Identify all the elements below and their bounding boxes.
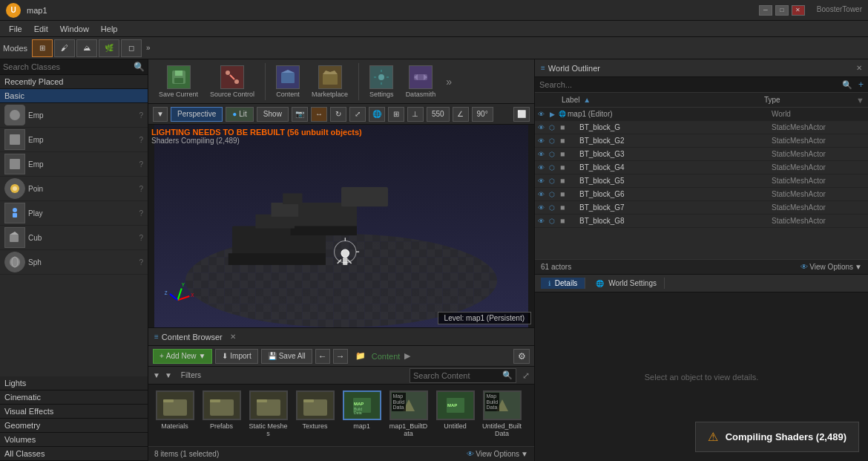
forward-button[interactable]: → bbox=[333, 349, 348, 364]
cb-expand-button[interactable]: ⤢ bbox=[522, 370, 530, 381]
paint-mode-button[interactable]: 🖌 bbox=[54, 39, 75, 57]
map1-builtdata-item[interactable]: MapBuildData map1_BuiltData bbox=[388, 390, 429, 440]
foliage-mode-button[interactable]: 🌿 bbox=[99, 39, 119, 57]
vis-icon: ▶ bbox=[547, 111, 557, 118]
map1-item[interactable]: MAPBuildData map1 bbox=[341, 390, 382, 440]
list-item[interactable]: Sph ? bbox=[0, 250, 148, 275]
svg-rect-17 bbox=[281, 73, 295, 83]
angle-snap-button[interactable]: ∠ bbox=[453, 107, 469, 122]
untitled-builtdata-thumb: MapBuildData bbox=[483, 390, 522, 420]
maximize-viewport-button[interactable]: ⬜ bbox=[513, 107, 530, 122]
import-button[interactable]: ⬇ Import bbox=[215, 349, 257, 364]
close-button[interactable]: ✕ bbox=[792, 5, 805, 16]
content-search-input[interactable] bbox=[413, 371, 502, 380]
list-item[interactable]: Emp ? bbox=[0, 152, 148, 177]
menu-file[interactable]: File bbox=[3, 23, 28, 35]
world-local-button[interactable]: 🌐 bbox=[369, 107, 385, 122]
toolbar-expand-button[interactable]: » bbox=[443, 76, 455, 88]
eye-icon: 👁 bbox=[535, 151, 547, 158]
static-meshes-item[interactable]: Static Meshes bbox=[248, 390, 289, 440]
list-item[interactable]: Cub ? bbox=[0, 226, 148, 250]
viewport-dropdown-button[interactable]: ▼ bbox=[153, 107, 168, 122]
lit-button[interactable]: ● Lit bbox=[226, 107, 254, 122]
table-row[interactable]: 👁 ⬡ ◼ BT_block_G6 StaticMeshActor bbox=[535, 188, 868, 201]
basic-section[interactable]: Basic bbox=[0, 89, 148, 103]
maximize-button[interactable]: □ bbox=[775, 5, 789, 16]
wo-filter-col[interactable]: ▼ bbox=[856, 96, 868, 105]
viewport[interactable]: X Y Z LIGHTING NEEDS TO BE REBUILT (56 u… bbox=[148, 125, 534, 327]
list-item[interactable]: Emp ? bbox=[0, 103, 148, 128]
list-item[interactable]: Emp ? bbox=[0, 128, 148, 152]
prefabs-item[interactable]: Prefabs bbox=[201, 390, 242, 440]
geometry-mode-button[interactable]: ◻ bbox=[121, 39, 142, 57]
table-row[interactable]: 👁 ⬡ ◼ BT_block_G7 StaticMeshActor bbox=[535, 201, 868, 215]
list-item[interactable]: Play ? bbox=[0, 201, 148, 226]
textures-item[interactable]: Textures bbox=[295, 390, 335, 440]
recently-placed-section[interactable]: Recently Placed bbox=[0, 75, 148, 89]
add-new-button[interactable]: + Add New ▼ bbox=[153, 349, 212, 364]
show-button[interactable]: Show bbox=[257, 107, 289, 122]
wo-type-col[interactable]: Type bbox=[760, 96, 856, 104]
perspective-button[interactable]: Perspective bbox=[171, 107, 223, 122]
table-row[interactable]: 👁 ⬡ ◼ BT_block_G4 StaticMeshActor bbox=[535, 161, 868, 174]
add-actor-icon[interactable]: + bbox=[858, 79, 864, 90]
svg-rect-32 bbox=[295, 203, 357, 230]
translate-button[interactable]: ↔ bbox=[311, 107, 327, 122]
cb-view-options[interactable]: 👁 View Options ▼ bbox=[467, 450, 528, 458]
world-outliner-close[interactable]: ✕ bbox=[856, 64, 862, 72]
world-outliner-search-input[interactable] bbox=[539, 80, 839, 89]
settings-button[interactable]: Settings bbox=[365, 64, 398, 99]
place-mode-button[interactable]: ⊞ bbox=[32, 39, 53, 57]
lights-section[interactable]: Lights bbox=[0, 376, 148, 390]
back-button[interactable]: ← bbox=[315, 349, 330, 364]
filters-button[interactable]: Filters bbox=[178, 370, 204, 380]
search-icon: 🔍 bbox=[842, 80, 852, 90]
minimize-button[interactable]: ─ bbox=[759, 5, 772, 16]
world-settings-tab-label: World Settings bbox=[608, 279, 657, 287]
svg-point-20 bbox=[378, 74, 384, 80]
menu-window[interactable]: Window bbox=[54, 23, 95, 35]
details-tab-label: Details bbox=[555, 279, 578, 287]
world-row[interactable]: 👁 ▶ 🌐 map1 (Editor) World bbox=[535, 108, 868, 121]
marketplace-button[interactable]: Marketplace bbox=[307, 64, 352, 99]
scale-button[interactable]: ⤢ bbox=[349, 107, 366, 122]
untitled-item[interactable]: MAP Untitled bbox=[435, 390, 476, 440]
grid-button[interactable]: ⊞ bbox=[388, 107, 404, 122]
actor-help-icon: ? bbox=[139, 160, 143, 169]
content-browser-close[interactable]: ✕ bbox=[230, 333, 236, 341]
volumes-section[interactable]: Volumes bbox=[0, 433, 148, 447]
details-tab[interactable]: ℹ Details bbox=[541, 278, 585, 289]
wo-label-col[interactable]: Label ▲ bbox=[557, 96, 760, 104]
table-row[interactable]: 👁 ⬡ ◼ BT_block_G3 StaticMeshActor bbox=[535, 148, 868, 161]
world-settings-tab[interactable]: 🌐 World Settings bbox=[588, 278, 665, 289]
modes-expand-button[interactable]: » bbox=[146, 44, 151, 52]
geometry-section[interactable]: Geometry bbox=[0, 419, 148, 433]
all-classes-section[interactable]: All Classes bbox=[0, 447, 148, 461]
cinematic-section[interactable]: Cinematic bbox=[0, 390, 148, 405]
content-path[interactable]: Content bbox=[372, 352, 401, 361]
search-classes-input[interactable] bbox=[3, 62, 134, 71]
table-row[interactable]: 👁 ⬡ ◼ BT_block_G2 StaticMeshActor bbox=[535, 134, 868, 148]
view-options-button[interactable]: 👁 View Options ▼ bbox=[800, 263, 862, 271]
save-current-button[interactable]: Save Current bbox=[154, 64, 203, 99]
menu-edit[interactable]: Edit bbox=[28, 23, 54, 35]
table-row[interactable]: 👁 ⬡ ◼ BT_block_G5 StaticMeshActor bbox=[535, 174, 868, 188]
level-info: Level: map1 (Persistent) bbox=[438, 312, 531, 324]
visual-effects-section[interactable]: Visual Effects bbox=[0, 405, 148, 419]
save-all-button[interactable]: 💾 Save All bbox=[261, 349, 312, 364]
source-control-button[interactable]: Source Control bbox=[206, 64, 259, 99]
content-search-bar: 🔍 bbox=[410, 368, 516, 383]
list-item[interactable]: Poin ? bbox=[0, 177, 148, 201]
table-row[interactable]: 👁 ⬡ ◼ BT_block_G8 StaticMeshActor bbox=[535, 215, 868, 228]
cb-settings-button[interactable]: ⚙ bbox=[513, 349, 530, 364]
camera-button[interactable]: 📷 bbox=[292, 107, 308, 122]
snap-surface-button[interactable]: ⊥ bbox=[407, 107, 424, 122]
rotate-button[interactable]: ↻ bbox=[330, 107, 346, 122]
untitled-builtdata-item[interactable]: MapBuildData Untitled_BuiltData bbox=[481, 390, 522, 440]
materials-item[interactable]: Materials bbox=[154, 390, 195, 440]
content-button[interactable]: Content bbox=[272, 64, 304, 99]
datasmith-button[interactable]: Datasmith bbox=[401, 64, 441, 99]
menu-help[interactable]: Help bbox=[95, 23, 124, 35]
table-row[interactable]: 👁 ⬡ ◼ BT_block_G StaticMeshActor bbox=[535, 121, 868, 134]
landscape-mode-button[interactable]: ⛰ bbox=[76, 39, 97, 57]
